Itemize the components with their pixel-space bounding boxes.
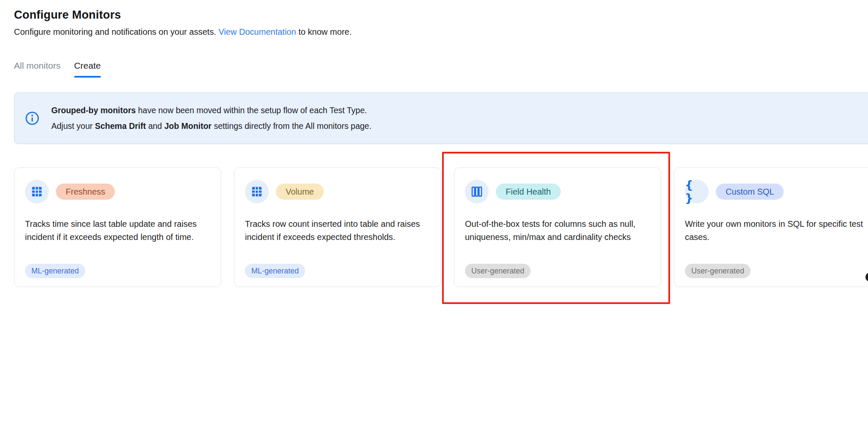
generation-tag: ML-generated	[25, 264, 85, 278]
tab-bar: All monitors Create	[14, 61, 868, 78]
banner-text: Grouped-by monitors have now been moved …	[51, 103, 371, 134]
card-field-health[interactable]: Field Health Out-of-the-box tests for co…	[454, 167, 661, 287]
card-head: { } Custom SQL	[685, 180, 868, 204]
icon-circle	[465, 180, 489, 204]
page-subtitle: Configure monitoring and notifications o…	[14, 27, 868, 37]
monitor-type-badge: Field Health	[496, 184, 561, 200]
subtitle-text-after: to know more.	[296, 27, 352, 36]
tab-create[interactable]: Create	[74, 61, 101, 78]
monitor-description: Tracks time since last table update and …	[25, 218, 209, 244]
monitor-description: Tracks row count inserted into table and…	[245, 218, 428, 244]
monitor-type-badge: Freshness	[56, 184, 115, 200]
generation-tag: User-generated	[685, 264, 751, 278]
monitor-type-badge: Custom SQL	[716, 184, 784, 200]
card-custom-sql[interactable]: { } Custom SQL Write your own monitors i…	[674, 167, 868, 287]
card-head: Freshness	[25, 180, 210, 204]
monitor-type-badge: Volume	[276, 184, 324, 200]
generation-tag: User-generated	[465, 264, 531, 278]
card-head: Field Health	[465, 180, 650, 204]
monitor-card-row: Freshness Tracks time since last table u…	[14, 167, 868, 287]
info-banner: Grouped-by monitors have now been moved …	[14, 92, 868, 144]
card-head: Volume	[245, 180, 430, 204]
tab-create-label: Create	[74, 61, 101, 70]
icon-circle	[25, 180, 49, 204]
tab-all-monitors-label: All monitors	[14, 61, 61, 70]
banner-line-1: Grouped-by monitors have now been moved …	[51, 103, 371, 118]
main-content: Configure Monitors Configure monitoring …	[14, 8, 868, 287]
table-grid-icon	[31, 185, 43, 198]
banner-line-2: Adjust your Schema Drift and Job Monitor…	[51, 118, 371, 134]
monitor-description: Write your own monitors in SQL for speci…	[685, 218, 868, 244]
card-freshness[interactable]: Freshness Tracks time since last table u…	[14, 167, 221, 287]
generation-tag: ML-generated	[245, 264, 305, 278]
subtitle-text: Configure monitoring and notifications o…	[14, 27, 219, 36]
columns-icon	[470, 185, 483, 198]
monitor-description: Out-of-the-box tests for columns such as…	[465, 218, 648, 244]
braces-icon: { }	[685, 178, 709, 204]
tab-all-monitors[interactable]: All monitors	[14, 61, 61, 78]
table-grid-icon	[250, 185, 263, 198]
page-title: Configure Monitors	[14, 8, 868, 22]
view-documentation-link[interactable]: View Documentation	[219, 27, 296, 36]
icon-circle: { }	[685, 180, 709, 204]
icon-circle	[245, 180, 269, 204]
tab-underline	[74, 76, 101, 78]
card-volume[interactable]: Volume Tracks row count inserted into ta…	[234, 167, 441, 287]
info-icon	[25, 111, 39, 125]
